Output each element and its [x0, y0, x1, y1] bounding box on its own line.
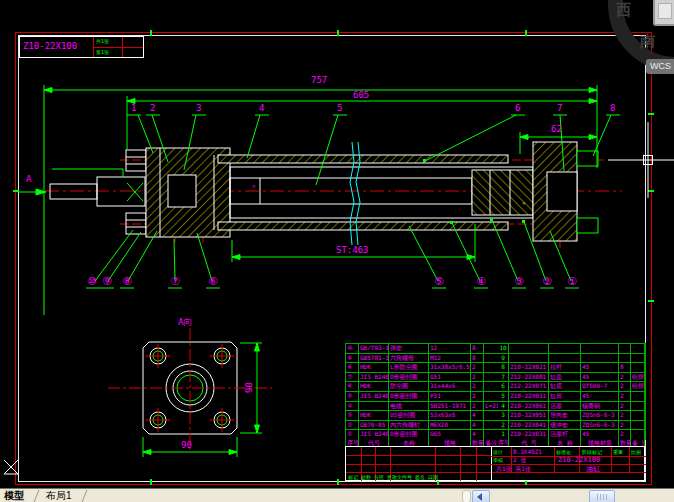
- table-row: 7Z12-22X081缸盖452组焊: [498, 373, 645, 383]
- table-cell: 导向套: [549, 411, 581, 420]
- weld-mark: ✳: [522, 199, 526, 206]
- table-cell: 数量: [619, 439, 631, 446]
- bom-table-left: ⑩GB/T93-1987弹垫128⑨GB5781-1986六角螺母M128⑧HD…: [345, 343, 500, 440]
- table-cell: 数量: [471, 439, 484, 446]
- tb-label-standard: 标准化: [556, 449, 571, 455]
- table-cell: 31x44x6: [429, 382, 471, 391]
- viewcube-south-label[interactable]: 南: [640, 32, 655, 51]
- table-cell: O形密封圈: [389, 430, 429, 439]
- table-cell: 2: [619, 411, 631, 420]
- tb-label-check: 审核: [493, 457, 503, 463]
- scrollbar-thumb[interactable]: [589, 490, 615, 502]
- balloon-1c: ①: [567, 276, 578, 287]
- tab-separator: [82, 490, 88, 502]
- table-cell: [484, 344, 499, 353]
- table-cell: QT500-7: [581, 382, 619, 391]
- balloon-4c: ④: [476, 276, 487, 287]
- table-cell: 4: [471, 421, 484, 430]
- table-cell: 缓冲套: [549, 421, 581, 430]
- autocad-drawing-window: Z10-22X100 共1张 第1张: [0, 0, 674, 502]
- table-cell: ⑥: [346, 382, 359, 391]
- table-cell: [359, 402, 389, 411]
- viewcube-cube[interactable]: [653, 0, 674, 26]
- balloon-3c: ③: [514, 276, 525, 287]
- table-cell: 组焊: [631, 373, 645, 382]
- table-cell: ③: [346, 411, 359, 420]
- wcs-menu-button[interactable]: WCS: [646, 59, 674, 74]
- table-row: ⑦JIS B2401O形密封圈G512: [346, 373, 499, 383]
- scroll-left-button[interactable]: [472, 490, 490, 502]
- table-cell: ⑦: [346, 373, 359, 382]
- table-cell: 六角螺母: [389, 354, 429, 363]
- table-cell: O形密封圈: [389, 373, 429, 382]
- table-cell: G51: [429, 373, 471, 382]
- table-cell: 45: [581, 363, 619, 372]
- table-cell: 备 注: [631, 439, 645, 446]
- table-cell: ⑧: [346, 363, 359, 372]
- table-cell: [631, 421, 645, 430]
- balloon-8c: ⑧: [122, 276, 133, 287]
- table-cell: Z12-22X081: [509, 373, 549, 382]
- table-cell: 2: [619, 373, 631, 382]
- table-cell: ②: [346, 421, 359, 430]
- table-cell: 31x38x5/6.5: [429, 363, 471, 372]
- table-row: 3Z10-22X051导向套ZQSn6-6-32: [498, 411, 645, 421]
- table-row: 9: [498, 354, 645, 364]
- rod-joint-mark: [127, 183, 143, 201]
- dim-body-length: 605: [353, 91, 369, 100]
- scrollbar-splitter[interactable]: [462, 490, 471, 502]
- title-block: 设计 8.3X40Z1 标准化 阶段标记 重量 比例 审核 2 张 Z10-22…: [345, 446, 645, 481]
- balloon-8: 8: [610, 104, 615, 113]
- table-cell: 活塞: [549, 402, 581, 411]
- table-cell: 代 号: [509, 439, 549, 446]
- balloon-6c: ⑥: [208, 276, 219, 287]
- table-cell: 拉杆: [549, 363, 581, 372]
- bom-table-right: 1098Z10-22X021拉杆4587Z12-22X081缸盖452组焊6Z1…: [498, 343, 646, 440]
- table-cell: [619, 354, 631, 363]
- table-cell: [484, 373, 499, 382]
- dim-flange-width: 90: [181, 441, 192, 450]
- balloon-3: 3: [196, 104, 201, 113]
- viewcube-west-label[interactable]: 西: [616, 1, 631, 20]
- tb-revision-note: 标记 处数 分区 更改文件号 签名 日期: [348, 474, 438, 480]
- table-cell: 2: [471, 373, 484, 382]
- table-cell: ⑩: [346, 344, 359, 353]
- viewcube-face[interactable]: [658, 3, 672, 19]
- table-cell: GB/T93-1987: [359, 344, 389, 353]
- table-cell: 2: [619, 421, 631, 430]
- tie-rod-nuts-left: [126, 150, 146, 234]
- table-cell: M6X20: [429, 421, 471, 430]
- balloon-9c: ⑨: [102, 276, 113, 287]
- piston: [472, 170, 533, 215]
- scrollbar-grip-icon: [597, 494, 607, 500]
- table-cell: Z10-22X041: [509, 421, 549, 430]
- table-cell: HDK: [359, 363, 389, 372]
- table-cell: L形防尘圈: [389, 363, 429, 372]
- tab-layout1[interactable]: 布局1: [46, 490, 72, 502]
- table-cell: 名 称: [549, 439, 581, 446]
- table-cell: 10: [498, 344, 509, 353]
- table-cell: [581, 344, 619, 353]
- surface-finish-mark: ✳: [252, 182, 256, 189]
- table-cell: 规格材质: [581, 439, 619, 446]
- table-cell: [484, 354, 499, 363]
- tab-model[interactable]: 模型: [4, 490, 24, 502]
- view-a-title: A向: [178, 318, 192, 327]
- balloon-4: 4: [259, 104, 264, 113]
- table-cell: 1: [498, 430, 509, 439]
- table-cell: 2: [619, 382, 631, 391]
- table-cell: 4: [471, 411, 484, 420]
- table-cell: 2: [471, 392, 484, 401]
- table-cell: 45: [581, 430, 619, 439]
- table-cell: O形密封圈: [389, 392, 429, 401]
- table-cell: M12: [429, 354, 471, 363]
- table-cell: 5B251-1971: [429, 402, 471, 411]
- table-cell: [549, 344, 581, 353]
- table-row: ⑥HDK防尘圈31x44x62: [346, 382, 499, 392]
- table-cell: 12: [429, 344, 471, 353]
- table-cell: 2: [498, 421, 509, 430]
- table-cell: JIS B2401: [359, 430, 389, 439]
- table-cell: GB5781-1986: [359, 354, 389, 363]
- table-cell: 组焊: [631, 382, 645, 391]
- tb-sheet-count: 2 张: [513, 457, 526, 463]
